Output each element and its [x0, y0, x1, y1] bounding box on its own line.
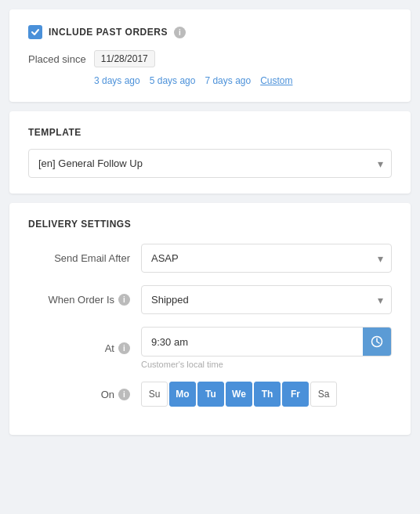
- day-button-th[interactable]: Th: [254, 382, 281, 407]
- day-button-tu[interactable]: Tu: [197, 382, 224, 407]
- at-content: Customer's local time: [141, 327, 392, 369]
- send-email-after-select[interactable]: ASAP 1 day after 2 days after: [142, 244, 391, 272]
- time-clock-button[interactable]: [363, 328, 391, 356]
- quick-link-custom[interactable]: Custom: [257, 75, 295, 86]
- day-button-sa[interactable]: Sa: [310, 382, 337, 407]
- placed-since-label: Placed since: [28, 53, 86, 65]
- send-email-after-label: Send Email After: [54, 252, 130, 264]
- when-order-is-select[interactable]: Shipped Delivered Processing: [142, 286, 391, 313]
- template-select-wrapper: [en] General Follow Up [en] Product Revi…: [28, 149, 392, 178]
- template-section-title: TEMPLATE: [28, 127, 392, 138]
- day-button-mo[interactable]: Mo: [169, 382, 196, 407]
- quick-links-row: 3 days ago 5 days ago 7 days ago Custom: [91, 75, 392, 86]
- on-label: On: [101, 389, 114, 400]
- day-button-fr[interactable]: Fr: [282, 382, 309, 407]
- when-order-is-info-icon[interactable]: i: [118, 294, 130, 306]
- send-email-after-select-wrapper: ASAP 1 day after 2 days after ▾: [141, 244, 392, 273]
- time-input[interactable]: [142, 329, 363, 355]
- template-card: TEMPLATE [en] General Follow Up [en] Pro…: [9, 111, 411, 194]
- when-order-is-row: When Order Is i Shipped Delivered Proces…: [28, 285, 392, 314]
- at-row: At i Customer's local time: [28, 327, 392, 369]
- delivery-settings-card: DELIVERY SETTINGS Send Email After ASAP …: [9, 203, 411, 435]
- include-past-orders-checkbox[interactable]: [28, 25, 42, 39]
- include-past-orders-info-icon[interactable]: i: [174, 27, 186, 38]
- customer-time-note: Customer's local time: [141, 360, 392, 369]
- send-email-after-row: Send Email After ASAP 1 day after 2 days…: [28, 244, 392, 273]
- when-order-is-select-wrapper: Shipped Delivered Processing ▾: [141, 285, 392, 314]
- send-email-after-content: ASAP 1 day after 2 days after ▾: [141, 244, 392, 273]
- at-info-icon[interactable]: i: [118, 342, 130, 354]
- delivery-settings-title: DELIVERY SETTINGS: [28, 219, 392, 230]
- template-select[interactable]: [en] General Follow Up [en] Product Revi…: [29, 150, 391, 177]
- at-label: At: [105, 342, 114, 354]
- quick-link-3days[interactable]: 3 days ago: [91, 75, 143, 86]
- quick-link-7days[interactable]: 7 days ago: [201, 75, 254, 86]
- day-button-we[interactable]: We: [226, 382, 252, 407]
- on-info-icon[interactable]: i: [118, 389, 130, 400]
- placed-since-date[interactable]: 11/28/2017: [94, 50, 155, 67]
- time-input-wrapper: [141, 327, 392, 357]
- on-content: Su Mo Tu We Th Fr Sa: [141, 382, 392, 407]
- quick-link-5days[interactable]: 5 days ago: [147, 75, 199, 86]
- when-order-is-content: Shipped Delivered Processing ▾: [141, 285, 392, 314]
- days-row: Su Mo Tu We Th Fr Sa: [141, 382, 392, 407]
- clock-icon: [371, 335, 383, 348]
- day-button-su[interactable]: Su: [141, 382, 168, 407]
- include-past-orders-card: INCLUDE PAST ORDERS i Placed since 11/28…: [9, 9, 411, 102]
- on-row: On i Su Mo Tu We Th Fr Sa: [28, 382, 392, 407]
- when-order-is-label: When Order Is: [48, 294, 114, 306]
- include-past-orders-label: INCLUDE PAST ORDERS: [49, 27, 168, 38]
